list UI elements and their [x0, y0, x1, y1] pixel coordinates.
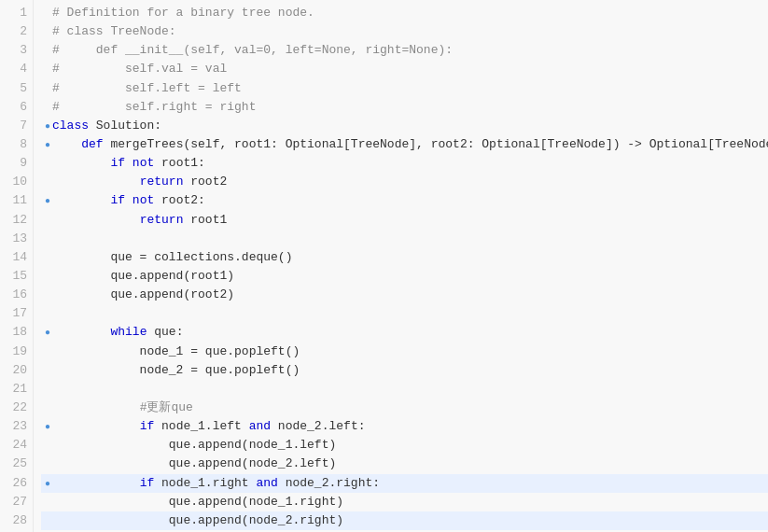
code-content[interactable]: # Definition for a binary tree node. # c…: [34, 0, 768, 532]
plain-token: que.append(node_2.right): [52, 513, 343, 527]
plain-token: root2:: [154, 193, 205, 207]
keyword-token: if: [140, 476, 155, 490]
plain-token: [52, 137, 81, 151]
plain-token: Solution:: [89, 119, 161, 133]
plain-token: que.append(node_1.right): [52, 495, 343, 509]
line-bullet: ●: [45, 138, 52, 153]
keyword-token: class: [52, 119, 89, 133]
line-number: 2: [4, 22, 27, 41]
line-bullet: [45, 439, 52, 454]
code-line: node_1 = que.popleft(): [41, 343, 768, 361]
code-line: [41, 380, 768, 399]
line-bullet: [45, 7, 52, 21]
comment-token: # Definition for a binary tree node.: [52, 6, 314, 20]
line-number: 19: [4, 343, 27, 361]
line-number: 7: [4, 117, 27, 135]
keyword-token: not: [133, 193, 154, 207]
plain-token: [52, 476, 140, 490]
line-bullet: [45, 232, 52, 247]
line-bullet: [45, 157, 52, 172]
plain-token: [52, 193, 110, 207]
comment-token: # def __init__(self, val=0, left=None, r…: [52, 43, 453, 57]
plain-token: node_1.left: [154, 419, 248, 433]
plain-token: [52, 213, 140, 227]
plain-token: [52, 400, 140, 414]
plain-token: [52, 175, 140, 189]
plain-token: que.append(node_1.left): [52, 438, 336, 452]
line-number: 27: [4, 493, 27, 511]
code-line: ● while que:: [41, 323, 768, 342]
line-bullet: [45, 345, 52, 360]
line-bullet: ●: [45, 420, 52, 435]
line-number: 12: [4, 211, 27, 230]
plain-token: [52, 156, 110, 170]
line-bullet: [45, 82, 52, 97]
plain-token: [125, 193, 133, 207]
line-number: 10: [4, 173, 27, 191]
line-bullet: [45, 175, 52, 190]
keyword-token: not: [133, 156, 154, 170]
plain-token: que = collections.deque(): [52, 250, 292, 264]
line-bullet: ●: [45, 194, 52, 209]
plain-token: [52, 325, 110, 339]
code-line: ● if node_1.right and node_2.right:: [41, 474, 768, 493]
line-number: 25: [4, 455, 27, 473]
code-line: node_2 = que.popleft(): [41, 361, 768, 380]
line-number: 8: [4, 135, 27, 154]
line-bullet: [45, 401, 52, 416]
plain-token: mergeTrees(self, root1: Optional[TreeNod…: [104, 137, 768, 151]
code-line: ● if node_1.left and node_2.left:: [41, 417, 768, 436]
comment-token: # self.left = left: [52, 81, 242, 95]
keyword-token: if: [140, 419, 155, 433]
plain-token: root2: [183, 175, 227, 189]
line-number: 20: [4, 361, 27, 380]
line-numbers: 1234567891011121314151617181920212223242…: [0, 0, 34, 532]
line-number: 17: [4, 304, 27, 323]
keyword-token: if: [110, 156, 125, 170]
line-number: 26: [4, 474, 27, 493]
line-number: 14: [4, 248, 27, 267]
line-bullet: [45, 25, 52, 40]
line-bullet: ●: [45, 119, 52, 134]
line-bullet: [45, 364, 52, 379]
plain-token: root1: [183, 213, 227, 227]
code-line: que.append(node_2.right): [41, 511, 768, 530]
code-line: return root2: [41, 173, 768, 191]
line-bullet: [45, 514, 52, 529]
keyword-token: and: [256, 476, 277, 490]
line-number: 15: [4, 267, 27, 286]
plain-token: root1:: [154, 156, 205, 170]
code-line: [41, 304, 768, 323]
plain-token: que:: [147, 325, 183, 339]
code-editor: 1234567891011121314151617181920212223242…: [0, 0, 768, 532]
line-number: 4: [4, 60, 27, 78]
keyword-token: return: [140, 175, 184, 189]
code-line: # self.val = val: [41, 60, 768, 78]
line-number: 9: [4, 154, 27, 173]
comment-token: #更新que: [140, 400, 193, 414]
line-number: 21: [4, 380, 27, 399]
line-bullet: ●: [45, 477, 52, 492]
plain-token: que.append(root2): [52, 287, 234, 301]
keyword-token: if: [110, 193, 125, 207]
line-number: 6: [4, 98, 27, 117]
line-number: 13: [4, 230, 27, 248]
keyword-token: return: [140, 213, 184, 227]
code-line: if not root1:: [41, 154, 768, 173]
keyword-token: def: [81, 137, 103, 151]
code-line: que.append(root2): [41, 286, 768, 304]
code-line: #更新que: [41, 399, 768, 417]
comment-token: # self.right = right: [52, 100, 256, 114]
code-line: # self.right = right: [41, 98, 768, 117]
plain-token: node_2.right:: [278, 476, 380, 490]
line-number: 3: [4, 41, 27, 60]
code-line: [41, 230, 768, 248]
line-bullet: [45, 63, 52, 77]
line-bullet: [45, 496, 52, 511]
keyword-token: while: [110, 325, 147, 339]
plain-token: que.append(node_2.left): [52, 456, 336, 470]
line-bullet: [45, 214, 52, 229]
code-line: # def __init__(self, val=0, left=None, r…: [41, 41, 768, 60]
code-line: que.append(root1): [41, 267, 768, 286]
line-bullet: [45, 101, 52, 116]
